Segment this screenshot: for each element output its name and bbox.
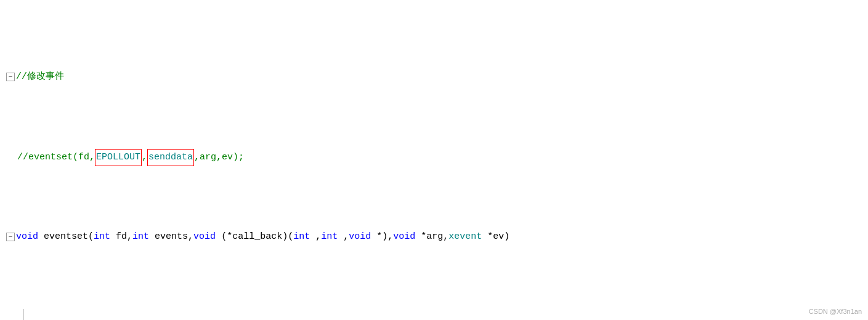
body-block: { ev->fd = fd; ev->events = events; //ev…: [6, 309, 868, 320]
line-3-space: [38, 229, 44, 245]
line-2-senddata-box: senddata: [147, 149, 194, 166]
line-3-name: eventset(: [44, 229, 94, 245]
line-2: //eventset(fd,EPOLLOUT,senddata,arg,ev);: [6, 149, 868, 166]
line-3-void: void: [16, 229, 38, 245]
line-3-xevent: xevent: [448, 229, 482, 245]
line-3-fd: fd,: [110, 229, 132, 245]
line-1: − //修改事件: [6, 69, 868, 86]
line-3-comma2: ,: [310, 229, 321, 245]
fold-icon-3[interactable]: −: [6, 233, 15, 241]
line-1-comment: //修改事件: [16, 69, 64, 85]
fold-icon-1[interactable]: −: [6, 73, 15, 81]
line-3-ev: *ev): [482, 229, 509, 245]
line-2-comma1: ,: [142, 150, 147, 166]
line-2-senddata: senddata: [148, 152, 193, 162]
watermark: CSDN @Xf3n1an: [809, 308, 862, 315]
line-3-void4: void: [393, 229, 415, 245]
line-2-epollout: EPOLLOUT: [96, 152, 140, 162]
line-3-int1: int: [94, 229, 110, 245]
code-container: − //修改事件 //eventset(fd,EPOLLOUT,senddata…: [0, 0, 868, 320]
line-3-callbk: (*call_back)(: [216, 229, 293, 245]
body-lines: { ev->fd = fd; ev->events = events; //ev…: [31, 309, 868, 320]
line-3: − void eventset(int fd,int events,void (…: [6, 229, 868, 246]
line-3-int3: int: [293, 229, 310, 245]
line-2-suffix: ,arg,ev);: [194, 150, 244, 166]
line-2-prefix: //eventset(fd,: [17, 150, 95, 166]
line-2-epollout-box: EPOLLOUT: [95, 149, 142, 166]
line-3-arg: *arg,: [415, 229, 448, 245]
line-3-ptr: *),: [371, 229, 393, 245]
vertical-bar: [23, 309, 24, 320]
line-3-comma3: ,: [338, 229, 349, 245]
line-3-void2: void: [193, 229, 216, 245]
line-3-int2: int: [132, 229, 149, 245]
line-3-void3: void: [349, 229, 371, 245]
vertical-line-container: [6, 309, 31, 320]
line-3-int4: int: [321, 229, 338, 245]
line-3-events: events,: [149, 229, 193, 245]
